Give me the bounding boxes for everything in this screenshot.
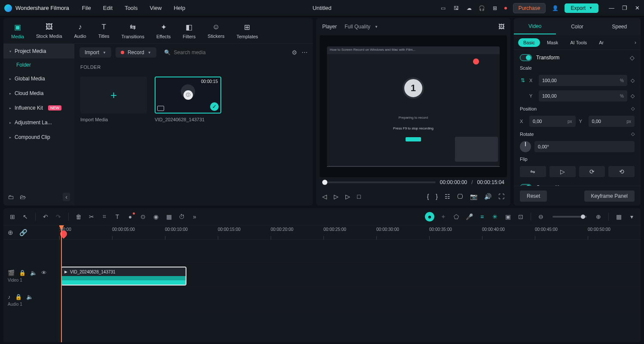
- render-button[interactable]: ▣: [504, 213, 512, 220]
- mute-icon[interactable]: 🔈: [26, 294, 33, 300]
- keyframe-tl-button[interactable]: ▦: [165, 213, 173, 220]
- menu-view[interactable]: View: [150, 5, 162, 11]
- undo-button[interactable]: ↶: [42, 213, 49, 220]
- sidebar-item-project-media[interactable]: ▾Project Media: [3, 44, 74, 58]
- prev-frame-button[interactable]: ◁: [322, 193, 327, 200]
- compositing-toggle[interactable]: [520, 184, 532, 186]
- subtab-mask[interactable]: Mask: [542, 38, 563, 47]
- window-minimize-button[interactable]: —: [609, 5, 614, 11]
- more-icon[interactable]: ⋯: [302, 49, 308, 56]
- timeline-clip[interactable]: ▶VID_20240628_143731: [61, 267, 186, 286]
- headphones-icon[interactable]: 🎧: [479, 5, 485, 12]
- delete-button[interactable]: 🗑: [75, 213, 82, 220]
- filter-icon[interactable]: ⚙: [292, 49, 297, 56]
- stop-button[interactable]: □: [357, 193, 360, 200]
- new-bin-icon[interactable]: 🗁: [20, 194, 26, 200]
- time-ruler[interactable]: :00:00 00:00:05:00 00:00:10:00 00:00:15:…: [59, 225, 641, 240]
- snap-button[interactable]: ⊡: [517, 213, 525, 220]
- sidebar-item-influence-kit[interactable]: ▸Influence KitNEW: [3, 101, 74, 115]
- rotate-ccw-button[interactable]: ⟲: [608, 166, 635, 177]
- next-frame-button[interactable]: ▷: [345, 193, 350, 200]
- save-icon[interactable]: 🖫: [453, 5, 460, 12]
- scrub-thumb[interactable]: [322, 180, 327, 185]
- tab-titles[interactable]: TTitles: [98, 23, 110, 39]
- position-y-input[interactable]: px: [589, 116, 635, 127]
- tab-effects[interactable]: ✦Effects: [156, 23, 171, 39]
- audio-mixer-button[interactable]: ≡: [478, 213, 486, 220]
- record-tl-button[interactable]: ●: [126, 213, 134, 220]
- snapshot-icon[interactable]: 🖼: [498, 23, 504, 30]
- cursor-tool-icon[interactable]: ↖: [21, 213, 29, 220]
- track-header-video1[interactable]: 🎬🔒🔈👁 Video 1: [3, 264, 59, 288]
- marker-button[interactable]: ⬠: [452, 213, 460, 220]
- keyframe-icon[interactable]: ◇: [631, 93, 635, 99]
- crop-button[interactable]: ⌗: [101, 213, 108, 220]
- import-media-tile[interactable]: +: [80, 77, 147, 114]
- view-options-icon[interactable]: ▦: [615, 213, 623, 220]
- menu-help[interactable]: Help: [174, 5, 185, 11]
- sidebar-item-cloud-media[interactable]: ▸Cloud Media: [3, 86, 74, 101]
- scrub-track[interactable]: [322, 181, 436, 183]
- media-clip-tile[interactable]: 00:00:15 ⓘ ✓: [155, 77, 221, 114]
- new-folder-icon[interactable]: 🗀: [8, 194, 14, 200]
- quality-select[interactable]: Full Quality▼: [345, 24, 378, 30]
- keyframe-icon[interactable]: ◇: [630, 54, 635, 61]
- import-button[interactable]: Import▼: [79, 47, 111, 58]
- keyframe-icon[interactable]: ◇: [631, 77, 635, 83]
- collapse-sidebar-button[interactable]: ‹: [63, 193, 70, 201]
- zoom-slider[interactable]: [552, 216, 587, 218]
- tab-stickers[interactable]: ☺Stickers: [208, 23, 224, 39]
- reset-button[interactable]: Reset: [520, 190, 547, 202]
- timer-button[interactable]: ⏱: [178, 213, 186, 220]
- more-tools-button[interactable]: »: [191, 213, 198, 220]
- window-close-button[interactable]: ✕: [635, 5, 640, 11]
- track-header-audio1[interactable]: ♪🔒🔈 Audio 1: [3, 288, 59, 312]
- prop-tab-color[interactable]: Color: [556, 19, 598, 34]
- media-search[interactable]: 🔍: [161, 49, 287, 55]
- keyframe-panel-button[interactable]: Keyframe Panel: [584, 190, 635, 202]
- scale-x-input[interactable]: %: [539, 75, 627, 86]
- sidebar-item-compound-clip[interactable]: ▸Compound Clip: [3, 130, 74, 144]
- flip-vertical-button[interactable]: ▷: [549, 166, 576, 177]
- video-track-row[interactable]: ▶VID_20240628_143731: [59, 264, 641, 288]
- link-scale-icon[interactable]: ⇅: [520, 77, 526, 83]
- rotate-dial[interactable]: [520, 141, 531, 152]
- menu-edit[interactable]: Edit: [103, 5, 113, 11]
- selection-tool-icon[interactable]: ⊞: [9, 213, 16, 220]
- fullscreen-icon[interactable]: ⛶: [498, 193, 504, 200]
- timeline-settings-icon[interactable]: ▾: [628, 213, 635, 220]
- lock-icon[interactable]: 🔒: [19, 270, 26, 276]
- timeline-tracks[interactable]: :00:00 00:00:05:00 00:00:10:00 00:00:15:…: [59, 225, 641, 342]
- transform-toggle[interactable]: [520, 54, 532, 61]
- split-button[interactable]: ✂: [88, 213, 95, 220]
- subtab-ai-tools[interactable]: AI Tools: [565, 38, 592, 47]
- flip-horizontal-button[interactable]: ⇋: [520, 166, 546, 177]
- account-icon[interactable]: 👤: [552, 5, 559, 12]
- camera-icon[interactable]: 📷: [470, 193, 477, 200]
- volume-icon[interactable]: 🔊: [484, 193, 491, 200]
- keyframe-icon[interactable]: ◇: [631, 106, 635, 111]
- visibility-icon[interactable]: 👁: [41, 270, 47, 276]
- mute-icon[interactable]: 🔈: [30, 270, 37, 276]
- cloud-icon[interactable]: ☁: [466, 5, 473, 12]
- color-button[interactable]: ◉: [152, 213, 160, 220]
- text-button[interactable]: T: [113, 213, 121, 220]
- mic-button[interactable]: 🎤: [465, 213, 473, 220]
- scroll-right-icon[interactable]: ›: [635, 40, 636, 46]
- window-maximize-button[interactable]: ❐: [622, 5, 627, 11]
- record-button[interactable]: Record▼: [116, 47, 156, 58]
- subtab-ar[interactable]: Ar: [594, 38, 609, 47]
- keyframe-icon[interactable]: ◇: [631, 131, 635, 137]
- rotate-input[interactable]: [534, 141, 635, 152]
- add-track-button[interactable]: ⊕: [8, 229, 13, 236]
- search-input[interactable]: [174, 49, 284, 55]
- tab-transitions[interactable]: ⇆Transitions: [122, 23, 144, 39]
- player-preview[interactable]: How to Screen Record on Windows and Mac …: [320, 35, 507, 177]
- subtab-basic[interactable]: Basic: [518, 38, 540, 47]
- menu-file[interactable]: File: [82, 5, 91, 11]
- tab-stock-media[interactable]: 🖼Stock Media: [36, 23, 62, 39]
- speed-button[interactable]: ⊙: [139, 213, 147, 220]
- rotate-cw-button[interactable]: ⟳: [579, 166, 605, 177]
- mark-out-button[interactable]: }: [436, 193, 438, 200]
- tab-templates[interactable]: ⊞Templates: [236, 23, 258, 39]
